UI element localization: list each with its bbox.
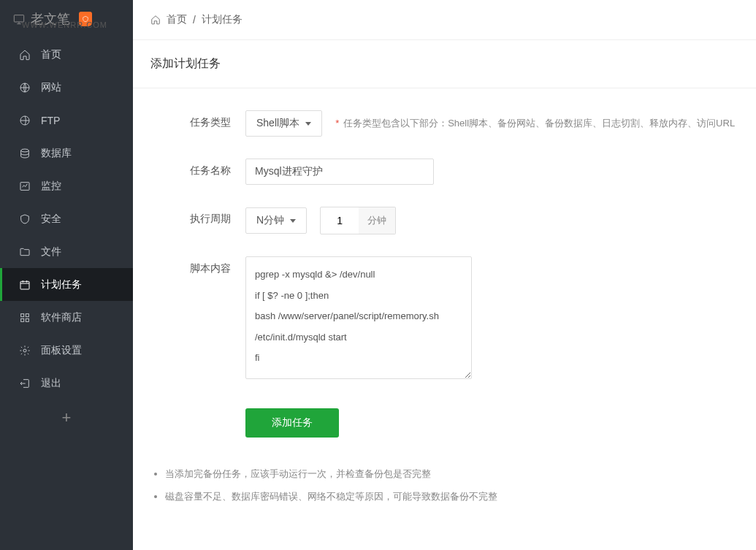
svg-rect-6 [21,313,24,316]
sidebar-item-software[interactable]: 软件商店 [0,301,133,334]
row-task-name: 任务名称 [150,158,738,185]
home-icon [150,15,161,25]
logout-icon [19,378,31,389]
sidebar-item-ftp[interactable]: FTP [0,104,133,137]
task-type-value: Shell脚本 [256,117,299,130]
svg-rect-9 [26,318,28,321]
sidebar-item-label: 首页 [41,48,61,61]
breadcrumb-current: 计划任务 [202,13,243,26]
script-textarea[interactable] [245,256,472,379]
sidebar-item-label: FTP [41,115,60,126]
sidebar-item-label: 软件商店 [41,311,82,324]
sidebar: 老文笔 WWW.WENRR.COM 首页 网站 FTP 数据库 监控 [0,0,133,550]
note-item: 磁盘容量不足、数据库密码错误、网络不稳定等原因，可能导致数据备份不完整 [165,489,738,505]
sidebar-item-label: 安全 [41,213,61,226]
add-menu-button[interactable]: + [0,400,133,436]
sidebar-item-label: 面板设置 [41,344,82,357]
breadcrumb-sep: / [193,14,196,26]
task-type-hint: *任务类型包含以下部分：Shell脚本、备份网站、备份数据库、日志切割、释放内存… [335,117,735,130]
shield-icon [19,213,31,225]
script-label: 脚本内容 [150,256,245,275]
globe-icon [19,82,31,93]
svg-point-3 [21,149,29,152]
breadcrumb-home[interactable]: 首页 [167,13,187,26]
breadcrumb: 首页 / 计划任务 [133,0,756,40]
period-number-input[interactable] [320,207,359,234]
sidebar-item-files[interactable]: 文件 [0,235,133,268]
notes: 当添加完备份任务，应该手动运行一次，并检查备份包是否完整 磁盘容量不足、数据库密… [133,445,756,505]
svg-rect-8 [21,318,24,321]
sidebar-item-label: 网站 [41,81,61,94]
period-label: 执行周期 [150,207,245,226]
task-type-label: 任务类型 [150,110,245,129]
caret-down-icon [305,122,311,126]
period-unit: 分钟 [359,207,396,234]
sidebar-item-label: 计划任务 [41,278,82,291]
watermark: WWW.WENRR.COM [22,20,107,29]
task-name-label: 任务名称 [150,158,245,177]
main-content: 首页 / 计划任务 添加计划任务 任务类型 Shell脚本 *任务类型包含以下部… [133,0,756,550]
sidebar-item-monitor[interactable]: 监控 [0,169,133,202]
apps-icon [19,312,31,324]
folder-icon [19,246,31,258]
gear-icon [19,345,31,356]
submit-row: 添加任务 [150,408,738,438]
row-task-type: 任务类型 Shell脚本 *任务类型包含以下部分：Shell脚本、备份网站、备份… [150,110,738,137]
panel-title: 添加计划任务 [133,40,756,88]
ftp-icon [19,115,31,126]
sidebar-item-settings[interactable]: 面板设置 [0,334,133,367]
sidebar-item-security[interactable]: 安全 [0,202,133,235]
period-value: N分钟 [256,214,284,227]
caret-down-icon [290,219,296,223]
calendar-icon [19,279,31,291]
sidebar-item-cron[interactable]: 计划任务 [0,268,133,301]
sidebar-item-home[interactable]: 首页 [0,38,133,71]
svg-rect-5 [20,281,29,289]
logo: 老文笔 WWW.WENRR.COM [0,0,133,38]
home-icon [19,49,31,61]
svg-rect-7 [26,313,28,316]
sidebar-item-logout[interactable]: 退出 [0,367,133,400]
period-select[interactable]: N分钟 [245,207,307,234]
monitor-icon [19,180,31,192]
sidebar-item-website[interactable]: 网站 [0,71,133,104]
sidebar-item-database[interactable]: 数据库 [0,137,133,169]
sidebar-item-label: 退出 [41,377,61,390]
row-period: 执行周期 N分钟 分钟 [150,207,738,234]
svg-point-10 [23,349,26,352]
submit-button[interactable]: 添加任务 [245,408,339,438]
database-icon [19,148,31,159]
row-script: 脚本内容 [150,256,738,379]
task-type-select[interactable]: Shell脚本 [245,110,322,137]
sidebar-item-label: 文件 [41,245,61,259]
note-item: 当添加完备份任务，应该手动运行一次，并检查备份包是否完整 [165,467,738,482]
form: 任务类型 Shell脚本 *任务类型包含以下部分：Shell脚本、备份网站、备份… [133,88,756,445]
sidebar-item-label: 监控 [41,180,61,193]
sidebar-item-label: 数据库 [41,147,72,160]
task-name-input[interactable] [245,158,434,185]
